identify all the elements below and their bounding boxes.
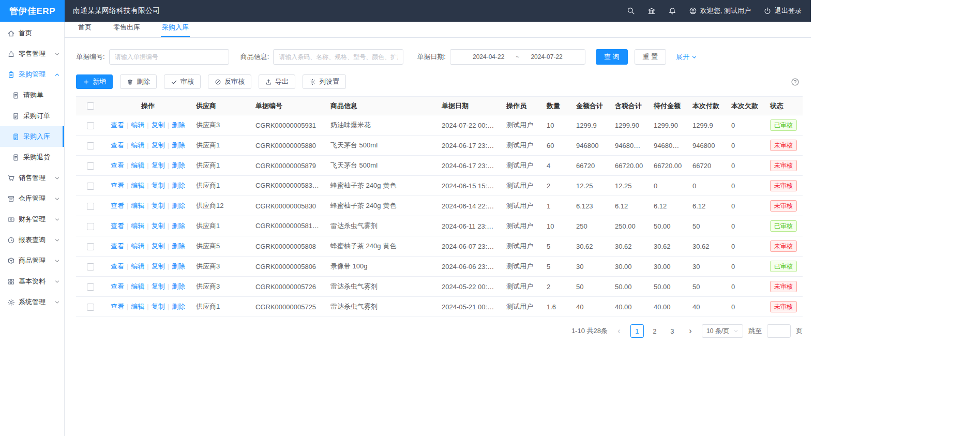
row-action-edit[interactable]: 编辑 <box>131 141 144 149</box>
row-action-view[interactable]: 查看 <box>111 121 124 129</box>
row-action-delete[interactable]: 删除 <box>172 242 185 250</box>
page-number-2[interactable]: 2 <box>648 324 661 338</box>
sidebar-item-warehouse[interactable]: 仓库管理 <box>0 188 64 209</box>
sidebar-item-report[interactable]: 报表查询 <box>0 230 64 250</box>
add-button[interactable]: 新增 <box>76 74 113 89</box>
row-action-edit[interactable]: 编辑 <box>131 242 144 250</box>
tab-purchase-inbound[interactable]: 采购入库 <box>161 23 190 37</box>
row-action-delete[interactable]: 删除 <box>172 141 185 149</box>
row-action-edit[interactable]: 编辑 <box>131 222 144 230</box>
row-action-copy[interactable]: 复制 <box>152 262 165 270</box>
row-action-edit[interactable]: 编辑 <box>131 262 144 270</box>
page-number-3[interactable]: 3 <box>666 324 679 338</box>
sidebar-item-sales[interactable]: 销售管理 <box>0 168 64 188</box>
next-page-button[interactable]: › <box>684 324 697 338</box>
row-action-edit[interactable]: 编辑 <box>131 282 144 290</box>
row-action-view[interactable]: 查看 <box>111 202 124 209</box>
row-action-copy[interactable]: 复制 <box>152 121 165 129</box>
cell-qty: 10 <box>541 216 571 236</box>
row-action-view[interactable]: 查看 <box>111 282 124 290</box>
row-action-copy[interactable]: 复制 <box>152 202 165 209</box>
row-action-copy[interactable]: 复制 <box>152 182 165 189</box>
doc-no-input[interactable] <box>109 49 229 65</box>
row-action-copy[interactable]: 复制 <box>152 141 165 149</box>
row-action-copy[interactable]: 复制 <box>152 222 165 230</box>
row-action-delete[interactable]: 删除 <box>172 161 185 169</box>
row-action-edit[interactable]: 编辑 <box>131 303 144 310</box>
audit-button[interactable]: 审核 <box>164 74 201 89</box>
row-action-delete[interactable]: 删除 <box>172 282 185 290</box>
bank-icon[interactable] <box>647 7 656 15</box>
row-action-view[interactable]: 查看 <box>111 161 124 169</box>
expand-filters-link[interactable]: 展开 <box>676 52 697 62</box>
page-number-1[interactable]: 1 <box>630 324 644 338</box>
row-action-view[interactable]: 查看 <box>111 222 124 230</box>
date-range-picker[interactable]: 2024-04-22 ~ 2024-07-22 <box>450 49 585 65</box>
row-action-delete[interactable]: 删除 <box>172 121 185 129</box>
row-checkbox[interactable] <box>87 243 94 250</box>
reset-button[interactable]: 重 置 <box>635 49 667 65</box>
logout-button[interactable]: 退出登录 <box>763 6 802 16</box>
user-menu[interactable]: 欢迎您, 测试用户 <box>689 6 751 16</box>
column-settings-button[interactable]: 列设置 <box>303 74 346 89</box>
tab-retail-outbound[interactable]: 零售出库 <box>112 23 141 37</box>
page-size-select[interactable]: 10 条/页 <box>702 324 743 338</box>
select-all-checkbox[interactable] <box>87 102 94 110</box>
cell-product: 雷达杀虫气雾剂 <box>325 277 436 297</box>
help-icon[interactable] <box>791 78 800 86</box>
sidebar-item-label: 采购管理 <box>19 70 46 79</box>
row-action-view[interactable]: 查看 <box>111 182 124 189</box>
row-action-delete[interactable]: 删除 <box>172 222 185 230</box>
sidebar-item-purchase[interactable]: 采购管理 <box>0 64 64 85</box>
row-checkbox[interactable] <box>87 203 94 210</box>
row-checkbox[interactable] <box>87 162 94 170</box>
row-action-delete[interactable]: 删除 <box>172 262 185 270</box>
row-checkbox[interactable] <box>87 283 94 291</box>
bell-icon[interactable] <box>668 7 676 15</box>
sidebar-item-system[interactable]: 系统管理 <box>0 292 64 312</box>
row-action-edit[interactable]: 编辑 <box>131 121 144 129</box>
search-icon[interactable] <box>627 7 635 15</box>
sidebar-item-purchase-request[interactable]: 请购单 <box>0 85 64 106</box>
row-action-view[interactable]: 查看 <box>111 242 124 250</box>
row-action-edit[interactable]: 编辑 <box>131 182 144 189</box>
home-icon <box>7 29 15 37</box>
app-logo: 管伊佳ERP <box>0 0 65 22</box>
sidebar-item-basic-data[interactable]: 基本资料 <box>0 271 64 292</box>
row-checkbox[interactable] <box>87 122 94 129</box>
sidebar-item-retail[interactable]: 零售管理 <box>0 43 64 64</box>
row-action-edit[interactable]: 编辑 <box>131 161 144 169</box>
row-checkbox[interactable] <box>87 223 94 230</box>
prev-page-button[interactable]: ‹ <box>613 324 625 338</box>
row-action-edit[interactable]: 编辑 <box>131 202 144 209</box>
sidebar-item-goods[interactable]: 商品管理 <box>0 250 64 271</box>
product-info-input[interactable] <box>273 49 403 65</box>
row-checkbox[interactable] <box>87 304 94 311</box>
sidebar-item-purchase-inbound[interactable]: 采购入库 <box>0 126 64 147</box>
tab-home[interactable]: 首页 <box>77 23 93 37</box>
row-checkbox[interactable] <box>87 183 94 190</box>
row-action-view[interactable]: 查看 <box>111 262 124 270</box>
search-button[interactable]: 查 询 <box>596 49 628 65</box>
sidebar-item-home[interactable]: 首页 <box>0 23 64 43</box>
delete-button[interactable]: 删除 <box>120 74 157 89</box>
unaudit-button[interactable]: 反审核 <box>208 74 251 89</box>
row-checkbox[interactable] <box>87 263 94 270</box>
cell-paid: 0 <box>687 176 726 196</box>
row-action-copy[interactable]: 复制 <box>152 161 165 169</box>
row-action-copy[interactable]: 复制 <box>152 282 165 290</box>
jump-page-input[interactable] <box>767 324 791 338</box>
row-action-delete[interactable]: 删除 <box>172 182 185 189</box>
row-action-delete[interactable]: 删除 <box>172 202 185 209</box>
export-button[interactable]: 导出 <box>259 74 295 89</box>
sidebar-item-purchase-return[interactable]: 采购退货 <box>0 147 64 168</box>
sidebar-item-finance[interactable]: 财务管理 <box>0 209 64 230</box>
row-action-view[interactable]: 查看 <box>111 303 124 310</box>
row-action-copy[interactable]: 复制 <box>152 242 165 250</box>
row-action-copy[interactable]: 复制 <box>152 303 165 310</box>
sidebar-item-purchase-order[interactable]: 采购订单 <box>0 106 64 126</box>
doc-date-label: 单据日期: <box>417 52 446 62</box>
row-action-delete[interactable]: 删除 <box>172 303 185 310</box>
row-checkbox[interactable] <box>87 142 94 149</box>
row-action-view[interactable]: 查看 <box>111 141 124 149</box>
